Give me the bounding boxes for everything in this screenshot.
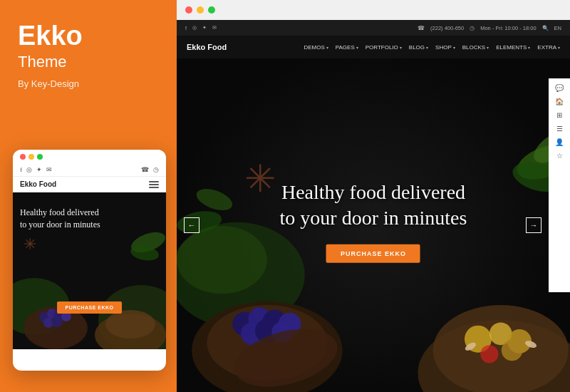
hero-next-button[interactable]: → (526, 217, 542, 233)
svg-point-36 (502, 340, 523, 361)
hero-text-area: Healthy food delivered to your door in m… (280, 180, 467, 263)
dt-dot-green (208, 6, 215, 14)
phone-icon: ☎ (141, 166, 149, 173)
mobile-dot-green (37, 154, 43, 160)
instagram-icon: ◎ (26, 166, 32, 173)
hamburger-line-2 (149, 184, 159, 185)
desktop-topbar: f ◎ ✦ ✉ ☎ (222) 400-650 ◷ Mon - Fri: 10:… (177, 20, 570, 36)
svg-point-35 (480, 345, 498, 363)
hamburger-menu[interactable] (149, 181, 159, 188)
topbar-info: ☎ (222) 400-650 ◷ Mon - Fri: 10:00 - 18:… (418, 25, 561, 31)
mobile-hero-heading-line1: Healthy food delivered (20, 207, 99, 217)
dt-dot-yellow (197, 6, 204, 14)
nav-item-blocks[interactable]: BLOCKS ▾ (462, 44, 489, 51)
dt-dot-red (185, 6, 192, 14)
left-panel: Ekko Theme By Key-Design f ◎ ✦ ✉ ☎ ◷ Ekk… (0, 0, 177, 392)
nav-item-blog[interactable]: BLOG ▾ (409, 44, 428, 51)
mobile-hero: ✳ Healthy food delivered to your door in… (13, 192, 166, 349)
clock-icon: ◷ (153, 166, 159, 173)
hero-heading-line1: Healthy food delivered (280, 180, 467, 205)
brand-name: Ekko (18, 21, 159, 51)
facebook-icon: f (20, 166, 22, 173)
desktop-title-bar (177, 0, 570, 20)
sidebar-person-icon[interactable]: 👤 (555, 138, 564, 146)
svg-text:✳: ✳ (24, 235, 36, 253)
sidebar-list-icon[interactable]: ☰ (556, 125, 563, 133)
svg-point-18 (177, 226, 267, 294)
hero-prev-button[interactable]: ← (184, 217, 200, 233)
topbar-clock-icon: ◷ (470, 25, 475, 31)
mobile-cta-button[interactable]: PURCHASE EKKO (57, 301, 123, 314)
desktop-mockup: f ◎ ✦ ✉ ☎ (222) 400-650 ◷ Mon - Fri: 10:… (177, 0, 570, 392)
hero-heading-line2: to your door in minutes (280, 205, 467, 231)
mobile-social-icons: f ◎ ✦ ✉ (20, 166, 52, 173)
desktop-hero: ✳ (177, 58, 570, 392)
mobile-logo: Ekko Food (20, 180, 56, 188)
svg-point-9 (51, 316, 63, 327)
mobile-hero-heading-line2: to your door in minutes (20, 220, 100, 229)
hamburger-line-1 (149, 181, 159, 182)
svg-text:✳: ✳ (244, 158, 276, 200)
nav-item-extra[interactable]: EXTRA ▾ (537, 44, 560, 51)
email-icon: ✉ (46, 166, 52, 173)
nav-item-portfolio[interactable]: PORTFOLIO ▾ (366, 44, 402, 51)
brand-subtitle: Theme (18, 53, 159, 71)
mobile-contact-icons: ☎ ◷ (141, 166, 159, 173)
svg-point-31 (433, 305, 569, 392)
mobile-social-bar: f ◎ ✦ ✉ ☎ ◷ (13, 163, 166, 177)
nav-items: DEMOS ▾ PAGES ▾ PORTFOLIO ▾ BLOG ▾ SHOP … (304, 44, 560, 51)
topbar-email: ✉ (212, 25, 217, 31)
mobile-title-bar (13, 150, 166, 163)
twitter-icon: ✦ (36, 166, 42, 173)
brand-by: By Key-Design (18, 78, 159, 89)
nav-logo: Ekko Food (187, 43, 227, 51)
mobile-nav: Ekko Food (13, 177, 166, 192)
nav-item-elements[interactable]: ELEMENTS ▾ (496, 44, 530, 51)
svg-point-11 (105, 310, 155, 339)
sidebar-star-icon[interactable]: ☆ (556, 152, 563, 160)
sidebar-grid-icon[interactable]: ⊞ (556, 111, 562, 119)
mobile-dot-yellow (28, 154, 34, 160)
topbar-twitter: ✦ (202, 25, 207, 31)
mobile-hero-text: Healthy food delivered to your door in m… (20, 207, 159, 231)
topbar-instagram: ◎ (192, 25, 197, 31)
mobile-dot-red (20, 154, 26, 160)
desktop-navbar: Ekko Food DEMOS ▾ PAGES ▾ PORTFOLIO ▾ BL… (177, 36, 570, 58)
sidebar-chat-icon[interactable]: 💬 (555, 84, 564, 92)
topbar-lang[interactable]: EN (554, 25, 561, 31)
right-sidebar: 💬 🏠 ⊞ ☰ 👤 ☆ (549, 78, 570, 292)
hero-heading: Healthy food delivered to your door in m… (280, 180, 467, 232)
topbar-facebook: f (185, 26, 187, 31)
sidebar-home-icon[interactable]: 🏠 (555, 98, 564, 105)
nav-item-pages[interactable]: PAGES ▾ (336, 44, 358, 51)
nav-item-demos[interactable]: DEMOS ▾ (304, 44, 328, 51)
topbar-social: f ◎ ✦ ✉ (185, 25, 217, 31)
hamburger-line-3 (149, 187, 159, 188)
topbar-hours: Mon - Fri: 10:00 - 18:00 (480, 25, 536, 31)
hero-cta-button[interactable]: PURCHASE EKKO (326, 244, 420, 263)
mobile-mockup: f ◎ ✦ ✉ ☎ ◷ Ekko Food (13, 150, 166, 371)
topbar-phone-icon: ☎ (418, 25, 425, 31)
nav-item-shop[interactable]: SHOP ▾ (435, 44, 455, 51)
topbar-search-icon[interactable]: 🔍 (542, 25, 549, 31)
topbar-phone: (222) 400-650 (430, 25, 464, 31)
